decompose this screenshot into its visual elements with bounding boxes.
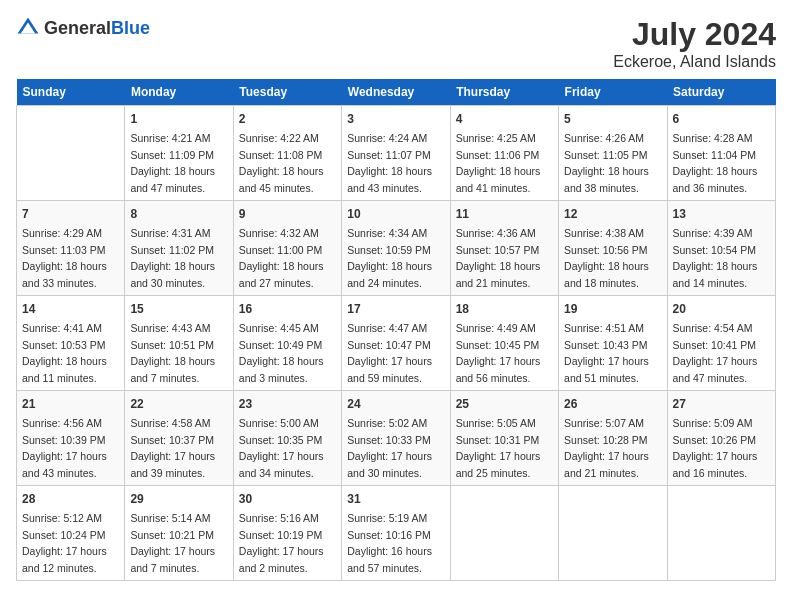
day-info: Sunrise: 4:21 AM Sunset: 11:09 PM Daylig… — [130, 132, 215, 194]
calendar-cell: 3Sunrise: 4:24 AM Sunset: 11:07 PM Dayli… — [342, 106, 450, 201]
day-number: 11 — [456, 205, 553, 223]
calendar-cell: 2Sunrise: 4:22 AM Sunset: 11:08 PM Dayli… — [233, 106, 341, 201]
day-number: 16 — [239, 300, 336, 318]
day-info: Sunrise: 4:43 AM Sunset: 10:51 PM Daylig… — [130, 322, 215, 384]
col-header-monday: Monday — [125, 79, 233, 106]
calendar-header-row: SundayMondayTuesdayWednesdayThursdayFrid… — [17, 79, 776, 106]
day-number: 8 — [130, 205, 227, 223]
calendar-cell: 30Sunrise: 5:16 AM Sunset: 10:19 PM Dayl… — [233, 486, 341, 581]
logo-text-blue: Blue — [111, 18, 150, 38]
day-number: 31 — [347, 490, 444, 508]
day-number: 4 — [456, 110, 553, 128]
day-info: Sunrise: 4:47 AM Sunset: 10:47 PM Daylig… — [347, 322, 432, 384]
day-number: 13 — [673, 205, 770, 223]
day-number: 18 — [456, 300, 553, 318]
calendar-week-row: 28Sunrise: 5:12 AM Sunset: 10:24 PM Dayl… — [17, 486, 776, 581]
calendar-cell: 10Sunrise: 4:34 AM Sunset: 10:59 PM Dayl… — [342, 201, 450, 296]
day-number: 7 — [22, 205, 119, 223]
calendar-cell: 29Sunrise: 5:14 AM Sunset: 10:21 PM Dayl… — [125, 486, 233, 581]
day-number: 9 — [239, 205, 336, 223]
day-info: Sunrise: 5:02 AM Sunset: 10:33 PM Daylig… — [347, 417, 432, 479]
calendar-cell: 27Sunrise: 5:09 AM Sunset: 10:26 PM Dayl… — [667, 391, 775, 486]
day-info: Sunrise: 4:24 AM Sunset: 11:07 PM Daylig… — [347, 132, 432, 194]
calendar-cell: 20Sunrise: 4:54 AM Sunset: 10:41 PM Dayl… — [667, 296, 775, 391]
col-header-tuesday: Tuesday — [233, 79, 341, 106]
calendar-cell — [667, 486, 775, 581]
calendar-cell: 25Sunrise: 5:05 AM Sunset: 10:31 PM Dayl… — [450, 391, 558, 486]
day-info: Sunrise: 4:34 AM Sunset: 10:59 PM Daylig… — [347, 227, 432, 289]
col-header-sunday: Sunday — [17, 79, 125, 106]
day-number: 12 — [564, 205, 661, 223]
calendar-cell: 19Sunrise: 4:51 AM Sunset: 10:43 PM Dayl… — [559, 296, 667, 391]
day-info: Sunrise: 4:26 AM Sunset: 11:05 PM Daylig… — [564, 132, 649, 194]
day-info: Sunrise: 5:12 AM Sunset: 10:24 PM Daylig… — [22, 512, 107, 574]
calendar-body: 1Sunrise: 4:21 AM Sunset: 11:09 PM Dayli… — [17, 106, 776, 581]
day-info: Sunrise: 4:49 AM Sunset: 10:45 PM Daylig… — [456, 322, 541, 384]
day-info: Sunrise: 5:05 AM Sunset: 10:31 PM Daylig… — [456, 417, 541, 479]
calendar-cell: 15Sunrise: 4:43 AM Sunset: 10:51 PM Dayl… — [125, 296, 233, 391]
calendar-cell: 9Sunrise: 4:32 AM Sunset: 11:00 PM Dayli… — [233, 201, 341, 296]
col-header-thursday: Thursday — [450, 79, 558, 106]
calendar-cell: 8Sunrise: 4:31 AM Sunset: 11:02 PM Dayli… — [125, 201, 233, 296]
day-number: 21 — [22, 395, 119, 413]
calendar-cell — [17, 106, 125, 201]
day-number: 6 — [673, 110, 770, 128]
day-info: Sunrise: 5:19 AM Sunset: 10:16 PM Daylig… — [347, 512, 432, 574]
logo: GeneralBlue — [16, 16, 150, 40]
day-number: 5 — [564, 110, 661, 128]
page-header: GeneralBlue July 2024 Eckeroe, Aland Isl… — [16, 16, 776, 71]
day-info: Sunrise: 4:54 AM Sunset: 10:41 PM Daylig… — [673, 322, 758, 384]
day-info: Sunrise: 4:45 AM Sunset: 10:49 PM Daylig… — [239, 322, 324, 384]
day-info: Sunrise: 4:31 AM Sunset: 11:02 PM Daylig… — [130, 227, 215, 289]
day-info: Sunrise: 4:38 AM Sunset: 10:56 PM Daylig… — [564, 227, 649, 289]
day-info: Sunrise: 4:25 AM Sunset: 11:06 PM Daylig… — [456, 132, 541, 194]
day-number: 24 — [347, 395, 444, 413]
day-number: 1 — [130, 110, 227, 128]
calendar-cell: 14Sunrise: 4:41 AM Sunset: 10:53 PM Dayl… — [17, 296, 125, 391]
col-header-friday: Friday — [559, 79, 667, 106]
logo-icon — [16, 16, 40, 40]
logo-text-general: General — [44, 18, 111, 38]
calendar-cell: 21Sunrise: 4:56 AM Sunset: 10:39 PM Dayl… — [17, 391, 125, 486]
calendar-cell: 22Sunrise: 4:58 AM Sunset: 10:37 PM Dayl… — [125, 391, 233, 486]
day-info: Sunrise: 5:16 AM Sunset: 10:19 PM Daylig… — [239, 512, 324, 574]
day-number: 15 — [130, 300, 227, 318]
day-info: Sunrise: 4:51 AM Sunset: 10:43 PM Daylig… — [564, 322, 649, 384]
month-title: July 2024 — [613, 16, 776, 53]
day-info: Sunrise: 5:00 AM Sunset: 10:35 PM Daylig… — [239, 417, 324, 479]
day-number: 14 — [22, 300, 119, 318]
day-number: 29 — [130, 490, 227, 508]
calendar-week-row: 21Sunrise: 4:56 AM Sunset: 10:39 PM Dayl… — [17, 391, 776, 486]
calendar-cell: 24Sunrise: 5:02 AM Sunset: 10:33 PM Dayl… — [342, 391, 450, 486]
calendar-cell: 17Sunrise: 4:47 AM Sunset: 10:47 PM Dayl… — [342, 296, 450, 391]
location-title: Eckeroe, Aland Islands — [613, 53, 776, 71]
calendar-cell: 16Sunrise: 4:45 AM Sunset: 10:49 PM Dayl… — [233, 296, 341, 391]
calendar-week-row: 7Sunrise: 4:29 AM Sunset: 11:03 PM Dayli… — [17, 201, 776, 296]
title-block: July 2024 Eckeroe, Aland Islands — [613, 16, 776, 71]
calendar-cell: 13Sunrise: 4:39 AM Sunset: 10:54 PM Dayl… — [667, 201, 775, 296]
calendar-cell: 26Sunrise: 5:07 AM Sunset: 10:28 PM Dayl… — [559, 391, 667, 486]
calendar-cell — [559, 486, 667, 581]
calendar-cell: 7Sunrise: 4:29 AM Sunset: 11:03 PM Dayli… — [17, 201, 125, 296]
day-info: Sunrise: 4:56 AM Sunset: 10:39 PM Daylig… — [22, 417, 107, 479]
day-info: Sunrise: 4:22 AM Sunset: 11:08 PM Daylig… — [239, 132, 324, 194]
day-number: 17 — [347, 300, 444, 318]
day-info: Sunrise: 5:07 AM Sunset: 10:28 PM Daylig… — [564, 417, 649, 479]
day-number: 26 — [564, 395, 661, 413]
day-number: 2 — [239, 110, 336, 128]
day-number: 27 — [673, 395, 770, 413]
calendar-cell: 31Sunrise: 5:19 AM Sunset: 10:16 PM Dayl… — [342, 486, 450, 581]
calendar-cell: 18Sunrise: 4:49 AM Sunset: 10:45 PM Dayl… — [450, 296, 558, 391]
day-info: Sunrise: 4:58 AM Sunset: 10:37 PM Daylig… — [130, 417, 215, 479]
day-info: Sunrise: 4:28 AM Sunset: 11:04 PM Daylig… — [673, 132, 758, 194]
calendar-cell: 5Sunrise: 4:26 AM Sunset: 11:05 PM Dayli… — [559, 106, 667, 201]
day-number: 3 — [347, 110, 444, 128]
day-info: Sunrise: 5:09 AM Sunset: 10:26 PM Daylig… — [673, 417, 758, 479]
calendar-cell: 12Sunrise: 4:38 AM Sunset: 10:56 PM Dayl… — [559, 201, 667, 296]
calendar-cell: 6Sunrise: 4:28 AM Sunset: 11:04 PM Dayli… — [667, 106, 775, 201]
calendar-cell: 11Sunrise: 4:36 AM Sunset: 10:57 PM Dayl… — [450, 201, 558, 296]
calendar-cell: 4Sunrise: 4:25 AM Sunset: 11:06 PM Dayli… — [450, 106, 558, 201]
calendar-cell: 23Sunrise: 5:00 AM Sunset: 10:35 PM Dayl… — [233, 391, 341, 486]
day-number: 22 — [130, 395, 227, 413]
day-info: Sunrise: 4:32 AM Sunset: 11:00 PM Daylig… — [239, 227, 324, 289]
